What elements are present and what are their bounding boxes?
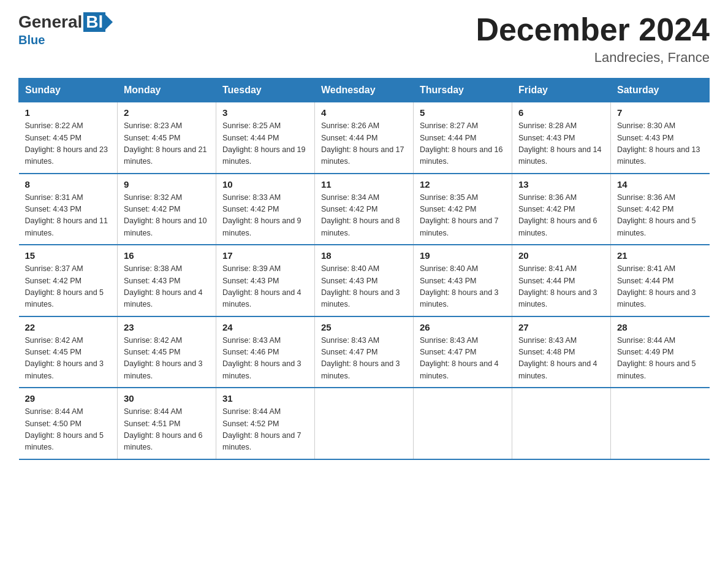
day-number: 18	[321, 250, 407, 261]
day-number: 4	[321, 107, 407, 118]
day-number: 29	[25, 393, 112, 404]
calendar-cell	[611, 388, 710, 459]
calendar-cell: 15 Sunrise: 8:37 AMSunset: 4:42 PMDaylig…	[19, 245, 118, 316]
day-info: Sunrise: 8:44 AMSunset: 4:49 PMDaylight:…	[617, 335, 703, 383]
day-number: 7	[617, 107, 703, 118]
calendar-cell: 9 Sunrise: 8:32 AMSunset: 4:42 PMDayligh…	[118, 174, 216, 245]
location: Landrecies, France	[476, 50, 710, 66]
day-info: Sunrise: 8:39 AMSunset: 4:43 PMDaylight:…	[222, 263, 308, 311]
calendar-cell: 12 Sunrise: 8:35 AMSunset: 4:42 PMDaylig…	[414, 174, 512, 245]
calendar-cell: 5 Sunrise: 8:27 AMSunset: 4:44 PMDayligh…	[414, 102, 512, 174]
calendar-week-row: 8 Sunrise: 8:31 AMSunset: 4:43 PMDayligh…	[19, 174, 710, 245]
day-number: 10	[222, 179, 308, 190]
calendar-cell: 3 Sunrise: 8:25 AMSunset: 4:44 PMDayligh…	[216, 102, 315, 174]
day-info: Sunrise: 8:40 AMSunset: 4:43 PMDaylight:…	[420, 263, 506, 311]
day-number: 13	[518, 179, 604, 190]
logo-arrow-icon	[104, 13, 113, 31]
day-info: Sunrise: 8:30 AMSunset: 4:43 PMDaylight:…	[617, 120, 703, 168]
day-info: Sunrise: 8:36 AMSunset: 4:42 PMDaylight:…	[518, 192, 604, 240]
calendar-cell: 17 Sunrise: 8:39 AMSunset: 4:43 PMDaylig…	[216, 245, 315, 316]
calendar-cell: 19 Sunrise: 8:40 AMSunset: 4:43 PMDaylig…	[414, 245, 512, 316]
calendar-cell: 26 Sunrise: 8:43 AMSunset: 4:47 PMDaylig…	[414, 316, 512, 388]
logo-general-text: General	[18, 12, 82, 32]
calendar-cell: 28 Sunrise: 8:44 AMSunset: 4:49 PMDaylig…	[611, 316, 710, 388]
weekday-header-monday: Monday	[118, 79, 216, 102]
weekday-header-wednesday: Wednesday	[315, 79, 414, 102]
day-info: Sunrise: 8:41 AMSunset: 4:44 PMDaylight:…	[617, 263, 703, 311]
calendar-week-row: 1 Sunrise: 8:22 AMSunset: 4:45 PMDayligh…	[19, 102, 710, 174]
calendar-cell: 1 Sunrise: 8:22 AMSunset: 4:45 PMDayligh…	[19, 102, 118, 174]
calendar-cell: 8 Sunrise: 8:31 AMSunset: 4:43 PMDayligh…	[19, 174, 118, 245]
calendar-cell	[414, 388, 512, 459]
calendar-table: SundayMondayTuesdayWednesdayThursdayFrid…	[18, 78, 710, 460]
day-number: 15	[25, 250, 112, 261]
logo: General Bl Blue	[18, 12, 113, 47]
calendar-cell: 24 Sunrise: 8:43 AMSunset: 4:46 PMDaylig…	[216, 316, 315, 388]
day-number: 21	[617, 250, 703, 261]
logo-subtitle: Blue	[18, 33, 45, 47]
calendar-week-row: 22 Sunrise: 8:42 AMSunset: 4:45 PMDaylig…	[19, 316, 710, 388]
day-info: Sunrise: 8:27 AMSunset: 4:44 PMDaylight:…	[420, 120, 506, 168]
day-number: 5	[420, 107, 506, 118]
day-info: Sunrise: 8:44 AMSunset: 4:52 PMDaylight:…	[222, 406, 308, 454]
day-number: 23	[124, 322, 210, 332]
day-number: 20	[518, 250, 604, 261]
day-number: 19	[420, 250, 506, 261]
calendar-cell: 14 Sunrise: 8:36 AMSunset: 4:42 PMDaylig…	[611, 174, 710, 245]
weekday-header-tuesday: Tuesday	[216, 79, 315, 102]
day-info: Sunrise: 8:37 AMSunset: 4:42 PMDaylight:…	[25, 263, 112, 311]
day-number: 8	[25, 179, 112, 190]
calendar-cell: 29 Sunrise: 8:44 AMSunset: 4:50 PMDaylig…	[19, 388, 118, 459]
calendar-cell: 30 Sunrise: 8:44 AMSunset: 4:51 PMDaylig…	[118, 388, 216, 459]
day-info: Sunrise: 8:42 AMSunset: 4:45 PMDaylight:…	[124, 335, 210, 383]
day-info: Sunrise: 8:44 AMSunset: 4:51 PMDaylight:…	[124, 406, 210, 454]
calendar-cell: 4 Sunrise: 8:26 AMSunset: 4:44 PMDayligh…	[315, 102, 414, 174]
day-number: 12	[420, 179, 506, 190]
calendar-cell: 13 Sunrise: 8:36 AMSunset: 4:42 PMDaylig…	[512, 174, 611, 245]
calendar-cell: 16 Sunrise: 8:38 AMSunset: 4:43 PMDaylig…	[118, 245, 216, 316]
calendar-cell: 2 Sunrise: 8:23 AMSunset: 4:45 PMDayligh…	[118, 102, 216, 174]
day-info: Sunrise: 8:22 AMSunset: 4:45 PMDaylight:…	[25, 120, 112, 168]
page-header: General Bl Blue December 2024 Landrecies…	[18, 12, 710, 66]
calendar-cell: 23 Sunrise: 8:42 AMSunset: 4:45 PMDaylig…	[118, 316, 216, 388]
day-number: 1	[25, 107, 112, 118]
weekday-header-friday: Friday	[512, 79, 611, 102]
day-info: Sunrise: 8:25 AMSunset: 4:44 PMDaylight:…	[222, 120, 308, 168]
logo-blue-text: Bl	[83, 12, 105, 32]
day-number: 11	[321, 179, 407, 190]
calendar-cell: 6 Sunrise: 8:28 AMSunset: 4:43 PMDayligh…	[512, 102, 611, 174]
day-info: Sunrise: 8:36 AMSunset: 4:42 PMDaylight:…	[617, 192, 703, 240]
day-number: 26	[420, 322, 506, 332]
day-info: Sunrise: 8:43 AMSunset: 4:47 PMDaylight:…	[321, 335, 407, 383]
calendar-cell: 25 Sunrise: 8:43 AMSunset: 4:47 PMDaylig…	[315, 316, 414, 388]
day-number: 16	[124, 250, 210, 261]
day-number: 9	[124, 179, 210, 190]
day-number: 25	[321, 322, 407, 332]
day-number: 30	[124, 393, 210, 404]
calendar-cell	[315, 388, 414, 459]
day-info: Sunrise: 8:43 AMSunset: 4:48 PMDaylight:…	[518, 335, 604, 383]
calendar-week-row: 29 Sunrise: 8:44 AMSunset: 4:50 PMDaylig…	[19, 388, 710, 459]
month-title: December 2024	[476, 12, 710, 47]
day-info: Sunrise: 8:35 AMSunset: 4:42 PMDaylight:…	[420, 192, 506, 240]
day-number: 31	[222, 393, 308, 404]
calendar-cell: 10 Sunrise: 8:33 AMSunset: 4:42 PMDaylig…	[216, 174, 315, 245]
calendar-cell: 18 Sunrise: 8:40 AMSunset: 4:43 PMDaylig…	[315, 245, 414, 316]
day-info: Sunrise: 8:28 AMSunset: 4:43 PMDaylight:…	[518, 120, 604, 168]
day-info: Sunrise: 8:26 AMSunset: 4:44 PMDaylight:…	[321, 120, 407, 168]
weekday-header-thursday: Thursday	[414, 79, 512, 102]
day-info: Sunrise: 8:40 AMSunset: 4:43 PMDaylight:…	[321, 263, 407, 311]
calendar-cell: 20 Sunrise: 8:41 AMSunset: 4:44 PMDaylig…	[512, 245, 611, 316]
day-number: 27	[518, 322, 604, 332]
day-info: Sunrise: 8:33 AMSunset: 4:42 PMDaylight:…	[222, 192, 308, 240]
calendar-cell: 22 Sunrise: 8:42 AMSunset: 4:45 PMDaylig…	[19, 316, 118, 388]
day-info: Sunrise: 8:32 AMSunset: 4:42 PMDaylight:…	[124, 192, 210, 240]
calendar-cell: 11 Sunrise: 8:34 AMSunset: 4:42 PMDaylig…	[315, 174, 414, 245]
day-info: Sunrise: 8:43 AMSunset: 4:47 PMDaylight:…	[420, 335, 506, 383]
day-number: 2	[124, 107, 210, 118]
day-number: 3	[222, 107, 308, 118]
day-info: Sunrise: 8:44 AMSunset: 4:50 PMDaylight:…	[25, 406, 112, 454]
weekday-header-row: SundayMondayTuesdayWednesdayThursdayFrid…	[19, 79, 710, 102]
day-info: Sunrise: 8:41 AMSunset: 4:44 PMDaylight:…	[518, 263, 604, 311]
day-number: 6	[518, 107, 604, 118]
